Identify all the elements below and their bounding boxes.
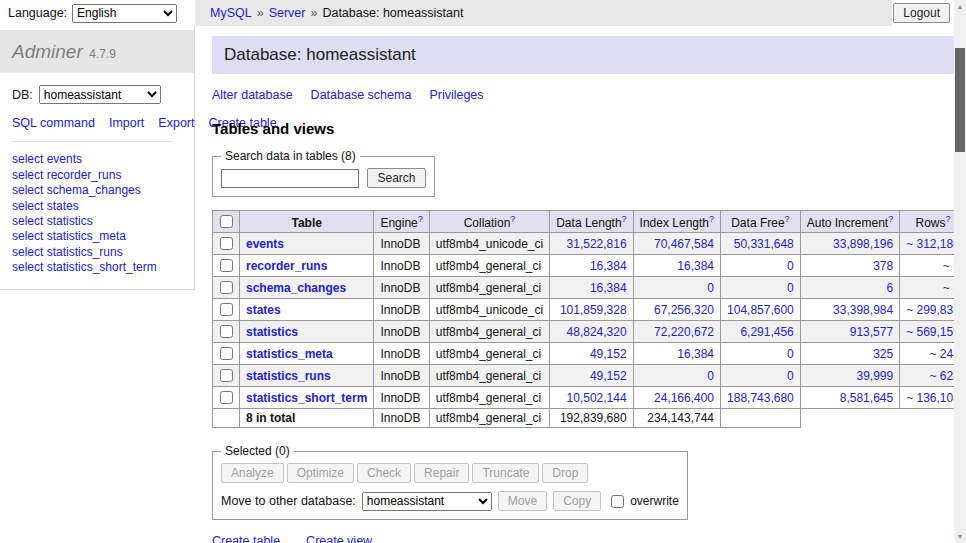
column-help-link[interactable]: ? [510, 214, 515, 224]
data-free-link[interactable]: 0 [787, 281, 794, 295]
app-name[interactable]: Adminer [12, 41, 83, 62]
sidebar-table-link[interactable]: select statistics [12, 214, 93, 228]
db-select[interactable]: homeassistant [39, 85, 161, 104]
selected-action-button[interactable]: Check [357, 463, 411, 483]
database-action-link[interactable]: Alter database [212, 88, 293, 102]
table-name-link[interactable]: recorder_runs [246, 259, 327, 273]
data-free-link[interactable]: 6,291,456 [740, 325, 793, 339]
scroll-down-icon[interactable]: ▼ [954, 530, 966, 543]
index-length-link[interactable]: 70,467,584 [654, 237, 714, 251]
index-length-link[interactable]: 24,166,400 [654, 391, 714, 405]
column-help-link[interactable]: ? [888, 214, 893, 224]
data-free-link[interactable]: 188,743,680 [727, 391, 794, 405]
table-name-link[interactable]: statistics_runs [246, 369, 331, 383]
auto-increment-link[interactable]: 39,999 [856, 369, 893, 383]
search-button[interactable]: Search [367, 168, 425, 188]
selected-action-button[interactable]: Truncate [472, 463, 539, 483]
table-name-link[interactable]: statistics [246, 325, 298, 339]
sidebar-table-link[interactable]: select statistics_short_term [12, 260, 157, 274]
index-length-link[interactable]: 72,220,672 [654, 325, 714, 339]
table-name-link[interactable]: schema_changes [246, 281, 346, 295]
row-checkbox[interactable] [220, 259, 233, 272]
auto-increment-link[interactable]: 6 [886, 281, 893, 295]
collation-cell: utf8mb4_general_ci [429, 387, 549, 409]
data-length-link[interactable]: 16,384 [590, 259, 627, 273]
auto-increment-link[interactable]: 8,581,645 [840, 391, 893, 405]
row-checkbox[interactable] [220, 303, 233, 316]
data-length-link[interactable]: 48,824,320 [567, 325, 627, 339]
scrollbar[interactable]: ▲ ▼ [954, 0, 966, 543]
move-button[interactable]: Move [498, 491, 547, 511]
table-name-link[interactable]: statistics_meta [246, 347, 333, 361]
overwrite-checkbox[interactable] [611, 495, 624, 508]
logout-button[interactable]: Logout [893, 3, 950, 23]
sidebar-action-link[interactable]: SQL command [12, 116, 95, 130]
index-length-link[interactable]: 0 [707, 369, 714, 383]
rows-count-link[interactable]: ~ 569,159 [906, 325, 960, 339]
scrollbar-thumb[interactable] [955, 48, 965, 152]
sidebar-table-link[interactable]: select events [12, 152, 82, 166]
breadcrumb-link-server[interactable]: Server [269, 6, 306, 20]
index-length-link[interactable]: 16,384 [677, 259, 714, 273]
auto-increment-link[interactable]: 378 [873, 259, 893, 273]
auto-increment-link[interactable]: 325 [873, 347, 893, 361]
database-action-link[interactable]: Privileges [429, 88, 483, 102]
index-length-link[interactable]: 0 [707, 281, 714, 295]
copy-button[interactable]: Copy [553, 491, 601, 511]
rows-count-link[interactable]: ~ 312,180 [906, 237, 960, 251]
data-free-link[interactable]: 0 [787, 347, 794, 361]
table-name-link[interactable]: statistics_short_term [246, 391, 367, 405]
data-length-link[interactable]: 101,859,328 [560, 303, 627, 317]
auto-increment-cell: 39,999 [800, 365, 899, 387]
selected-action-button[interactable]: Optimize [287, 463, 354, 483]
row-checkbox[interactable] [220, 281, 233, 294]
move-database-select[interactable]: homeassistant [362, 492, 492, 511]
sidebar-table-link[interactable]: select schema_changes [12, 183, 141, 197]
selected-action-button[interactable]: Analyze [221, 463, 284, 483]
sidebar-table-link[interactable]: select statistics_runs [12, 245, 123, 259]
column-help-link[interactable]: ? [622, 214, 627, 224]
data-length-link[interactable]: 31,522,816 [567, 237, 627, 251]
data-length-link[interactable]: 49,152 [590, 347, 627, 361]
column-help-link[interactable]: ? [418, 214, 423, 224]
language-select[interactable]: English [72, 4, 177, 23]
sidebar-action-link[interactable]: Import [109, 116, 144, 130]
data-length-link[interactable]: 16,384 [590, 281, 627, 295]
create-link[interactable]: Create table [212, 534, 280, 543]
auto-increment-link[interactable]: 33,898,196 [833, 237, 893, 251]
selected-action-button[interactable]: Drop [542, 463, 588, 483]
auto-increment-link[interactable]: 913,577 [850, 325, 893, 339]
scroll-up-icon[interactable]: ▲ [954, 0, 966, 13]
auto-increment-link[interactable]: 33,398,984 [833, 303, 893, 317]
data-free-link[interactable]: 50,331,648 [734, 237, 794, 251]
select-all-checkbox[interactable] [220, 215, 233, 228]
sidebar-table-link[interactable]: select recorder_runs [12, 168, 121, 182]
column-help-link[interactable]: ? [946, 214, 951, 224]
data-free-link[interactable]: 0 [787, 259, 794, 273]
rows-count-link[interactable]: ~ 299,833 [906, 303, 960, 317]
column-help-link[interactable]: ? [785, 214, 790, 224]
index-length-link[interactable]: 67,256,320 [654, 303, 714, 317]
rows-count-link[interactable]: ~ 136,108 [906, 391, 960, 405]
data-length-link[interactable]: 49,152 [590, 369, 627, 383]
index-length-link[interactable]: 16,384 [677, 347, 714, 361]
row-checkbox[interactable] [220, 369, 233, 382]
row-checkbox[interactable] [220, 391, 233, 404]
selected-action-button[interactable]: Repair [414, 463, 469, 483]
table-name-link[interactable]: states [246, 303, 281, 317]
sidebar-table-link[interactable]: select states [12, 199, 79, 213]
row-checkbox[interactable] [220, 325, 233, 338]
data-free-link[interactable]: 0 [787, 369, 794, 383]
create-link[interactable]: Create view [306, 534, 372, 543]
sidebar-table-link[interactable]: select statistics_meta [12, 229, 126, 243]
search-input[interactable] [221, 169, 359, 188]
breadcrumb-link-mysql[interactable]: MySQL [210, 6, 252, 20]
row-checkbox[interactable] [220, 237, 233, 250]
sidebar-action-link[interactable]: Export [158, 116, 194, 130]
database-action-link[interactable]: Database schema [311, 88, 412, 102]
data-length-link[interactable]: 10,502,144 [567, 391, 627, 405]
table-name-link[interactable]: events [246, 237, 284, 251]
column-help-link[interactable]: ? [709, 214, 714, 224]
row-checkbox[interactable] [220, 347, 233, 360]
data-free-link[interactable]: 104,857,600 [727, 303, 794, 317]
